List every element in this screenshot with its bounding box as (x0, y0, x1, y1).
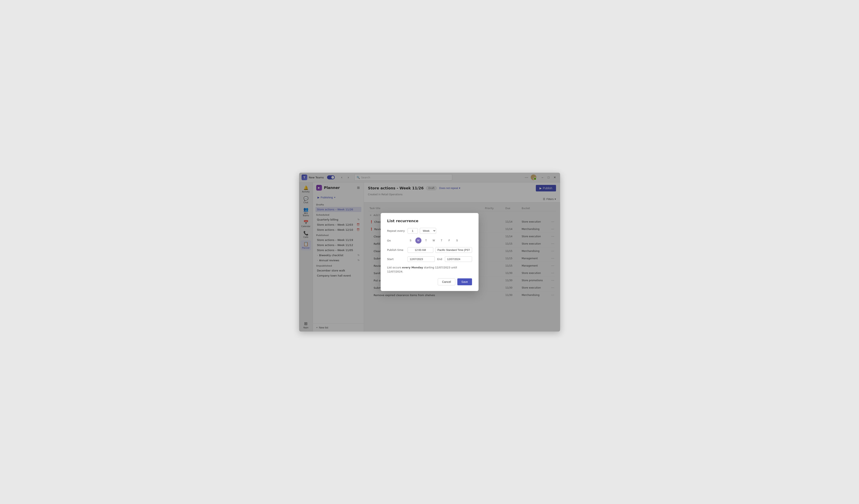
repeat-every-input[interactable] (408, 228, 418, 234)
on-label: On (387, 239, 406, 242)
modal-actions: Cancel Save (387, 278, 472, 285)
summary-prefix: List occurs (387, 266, 402, 269)
day-button-sat[interactable]: S (454, 237, 460, 243)
publish-time-row: Publish time (387, 247, 472, 253)
publish-time-input[interactable] (408, 247, 433, 253)
day-button-fri[interactable]: F (446, 237, 452, 243)
recurrence-modal: List recurrence Repeat every Week Day Mo… (381, 213, 479, 291)
repeat-unit-select[interactable]: Week Day Month (420, 228, 436, 234)
cancel-button[interactable]: Cancel (438, 278, 455, 285)
modal-overlay: List recurrence Repeat every Week Day Mo… (299, 173, 560, 332)
timezone-input[interactable] (435, 247, 472, 253)
repeat-every-label: Repeat every (387, 229, 406, 232)
day-button-mon[interactable]: M (415, 237, 421, 243)
day-button-thu[interactable]: T (439, 237, 445, 243)
repeat-every-row: Repeat every Week Day Month (387, 228, 472, 234)
day-button-tue[interactable]: T (423, 237, 429, 243)
day-picker: SMTWTFS (408, 237, 460, 243)
day-button-sun[interactable]: S (408, 237, 414, 243)
publish-time-label: Publish time (387, 249, 406, 252)
start-label: Start (387, 257, 406, 261)
start-date-input[interactable] (408, 256, 435, 262)
start-end-row: Start End (387, 256, 472, 262)
day-button-wed[interactable]: W (431, 237, 437, 243)
modal-summary: List occurs every Monday starting 12/07/… (387, 266, 472, 273)
modal-title: List recurrence (387, 219, 472, 223)
day-picker-row: On SMTWTFS (387, 237, 472, 243)
end-date-input[interactable] (445, 256, 472, 262)
app-window: T New Teams ‹ › 🔍 Search ··· – □ ✕ 🔔 Act… (299, 173, 560, 332)
end-label: End (437, 257, 443, 261)
summary-bold: every Monday (402, 266, 423, 269)
save-button[interactable]: Save (457, 278, 472, 285)
